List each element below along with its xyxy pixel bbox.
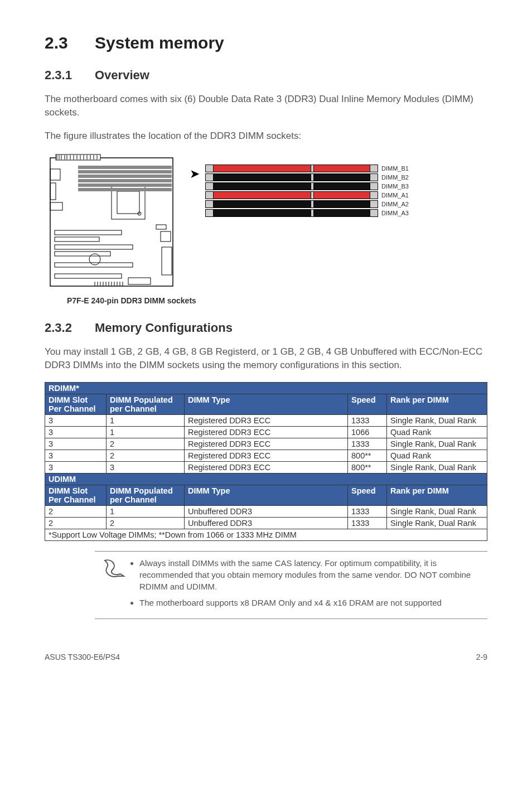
svg-rect-33 [55, 274, 122, 278]
table-cell: 2 [45, 517, 107, 529]
table-cell: 800** [348, 461, 387, 473]
col-header-5: Rank per DIMM [387, 394, 487, 414]
svg-rect-25 [50, 169, 60, 180]
footer-left: ASUS TS300-E6/PS4 [45, 653, 120, 661]
motherboard-diagram [45, 152, 178, 292]
table-cell: Unbuffered DDR3 [185, 505, 348, 517]
svg-rect-17 [117, 191, 139, 214]
table-row: 22Unbuffered DDR31333Single Rank, Dual R… [45, 517, 487, 529]
table-cell: 3 [45, 450, 107, 461]
table-cell: 1 [107, 414, 185, 426]
table-row: 21Unbuffered DDR31333Single Rank, Dual R… [45, 505, 487, 517]
note-item: Always install DIMMs with the same CAS l… [139, 557, 487, 592]
overview-para-2: The figure illustrates the location of t… [45, 129, 487, 143]
dimm-slot-bar [205, 173, 378, 181]
table-row: 32Registered DDR3 ECC1333Single Rank, Du… [45, 438, 487, 450]
dimm-slot-label: DIMM_A2 [381, 201, 409, 207]
table-cell: Quad Rank [387, 450, 487, 461]
col-header-3: DIMM Type [185, 394, 348, 414]
figure-caption: P7F-E 240-pin DDR3 DIMM sockets [67, 296, 487, 305]
svg-rect-20 [78, 170, 172, 173]
svg-point-34 [89, 254, 100, 265]
svg-rect-19 [78, 166, 172, 169]
note-list: Always install DIMMs with the same CAS l… [139, 557, 487, 613]
section-1-heading: 2.3.1Overview [45, 68, 487, 83]
col-header-4b: Speed [348, 485, 387, 505]
table-cell: 1 [107, 426, 185, 438]
heading-title: System memory [95, 33, 224, 52]
section-1-number: 2.3.1 [45, 68, 95, 83]
svg-rect-22 [78, 179, 172, 182]
dimm-slot-label: DIMM_A1 [381, 192, 409, 199]
dimm-slot-row: DIMM_A3 [205, 209, 409, 217]
table-cell: 2 [107, 438, 185, 450]
section-2-heading: 2.3.2Memory Configurations [45, 321, 487, 335]
svg-rect-27 [50, 202, 62, 210]
note-item: The motherboard supports x8 DRAM Only an… [139, 597, 487, 608]
table-cell: Registered DDR3 ECC [185, 426, 348, 438]
arrow-icon: ➤ [190, 167, 200, 181]
svg-rect-30 [55, 245, 133, 249]
dimm-slot-bar [205, 209, 378, 217]
table-cell: Registered DDR3 ECC [185, 438, 348, 450]
table-footnote: *Support Low Voltage DIMMs; **Down from … [45, 529, 487, 540]
table-cell: 3 [45, 438, 107, 450]
svg-rect-49 [128, 278, 151, 284]
table-cell: 1333 [348, 438, 387, 450]
col-header-2b: DIMM Populated per Channel [107, 485, 185, 505]
table-cell: Registered DDR3 ECC [185, 450, 348, 461]
note-icon [101, 557, 128, 579]
table-row: 31Registered DDR3 ECC1333Single Rank, Du… [45, 414, 487, 426]
svg-rect-26 [50, 183, 56, 200]
svg-rect-35 [156, 225, 166, 229]
svg-rect-21 [78, 175, 172, 178]
table-cell: 1333 [348, 414, 387, 426]
section-2-number: 2.3.2 [45, 321, 95, 335]
col-header-1b: DIMM Slot Per Channel [45, 485, 107, 505]
table-cell: 2 [45, 505, 107, 517]
table-cell: 1333 [348, 505, 387, 517]
heading-number: 2.3 [45, 33, 95, 52]
table-cell: 1066 [348, 426, 387, 438]
page-heading: 2.3System memory [45, 33, 487, 52]
dimm-slot-row: DIMM_B2 [205, 173, 409, 181]
table-cell: Single Rank, Dual Rank [387, 517, 487, 529]
dimm-slot-bar [205, 182, 378, 190]
table-cell: Unbuffered DDR3 [185, 517, 348, 529]
table-cell: Registered DDR3 ECC [185, 461, 348, 473]
svg-rect-28 [55, 230, 122, 235]
dimm-slot-bar [205, 165, 378, 172]
table-cell: 3 [45, 426, 107, 438]
table-cell: Single Rank, Dual Rank [387, 414, 487, 426]
table-cell: Single Rank, Dual Rank [387, 461, 487, 473]
col-header-3b: DIMM Type [185, 485, 348, 505]
svg-rect-29 [55, 237, 99, 241]
table-cell: 2 [107, 517, 185, 529]
table-row: 32Registered DDR3 ECC800**Quad Rank [45, 450, 487, 461]
svg-rect-31 [55, 252, 110, 256]
dimm-slot-row: DIMM_B1 [205, 165, 409, 172]
svg-rect-37 [162, 247, 172, 275]
table-cell: 3 [45, 461, 107, 473]
table-cell: 800** [348, 450, 387, 461]
col-header-5b: Rank per DIMM [387, 485, 487, 505]
col-header-1: DIMM Slot Per Channel [45, 394, 107, 414]
table-cell: 3 [45, 414, 107, 426]
table-cell: Single Rank, Dual Rank [387, 438, 487, 450]
svg-rect-24 [78, 188, 172, 191]
dimm-slot-label: DIMM_A3 [381, 210, 409, 216]
table-cell: Quad Rank [387, 426, 487, 438]
table-cell: 1 [107, 505, 185, 517]
page-footer: ASUS TS300-E6/PS4 2-9 [45, 653, 487, 661]
dimm-slot-bar [205, 200, 378, 208]
note-box: Always install DIMMs with the same CAS l… [95, 551, 487, 619]
dimm-slot-row: DIMM_B3 [205, 182, 409, 190]
table-cell: Registered DDR3 ECC [185, 414, 348, 426]
table-cell: 2 [107, 450, 185, 461]
col-header-4: Speed [348, 394, 387, 414]
section-2-para: You may install 1 GB, 2 GB, 4 GB, 8 GB R… [45, 345, 487, 372]
svg-rect-23 [78, 183, 172, 187]
dimm-slot-row: DIMM_A1 [205, 191, 409, 199]
dimm-slot-label: DIMM_B1 [381, 165, 409, 172]
section-2-title: Memory Configurations [95, 321, 233, 335]
